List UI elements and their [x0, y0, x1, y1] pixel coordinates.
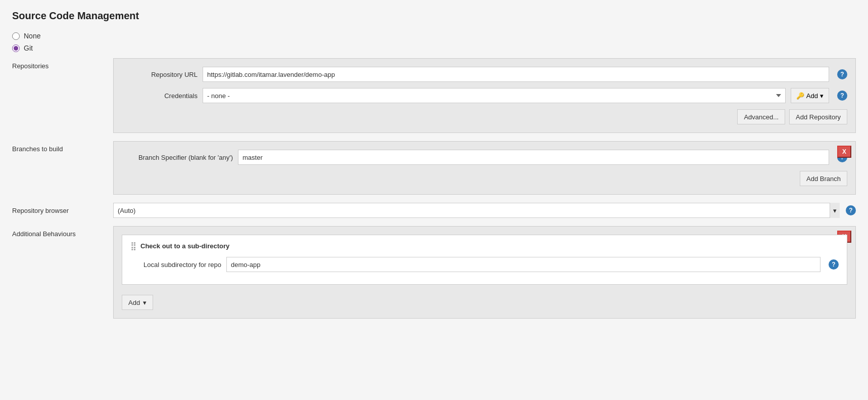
- branches-section: Branches to build X Branch Specifier (bl…: [12, 141, 856, 195]
- add-credentials-label: Add: [806, 92, 818, 100]
- repository-url-row: Repository URL ?: [122, 67, 847, 82]
- additional-behaviours-content: X ⣿ Check out to a sub-directory Local s…: [113, 226, 856, 319]
- credentials-row: Credentials - none - 🔑 Add ▾ ?: [122, 88, 847, 103]
- branch-specifier-label: Branch Specifier (blank for 'any'): [122, 154, 233, 161]
- branches-remove-button[interactable]: X: [837, 146, 851, 158]
- page-title: Source Code Management: [12, 10, 856, 22]
- branches-buttons: Add Branch: [122, 171, 847, 186]
- credentials-label: Credentials: [122, 92, 198, 100]
- credentials-select[interactable]: - none -: [203, 88, 786, 103]
- branches-x-container: X: [837, 146, 851, 158]
- add-credentials-button[interactable]: 🔑 Add ▾: [791, 88, 829, 103]
- local-subdir-label: Local subdirectory for repo: [130, 261, 221, 269]
- local-subdir-help-icon[interactable]: ?: [829, 259, 839, 270]
- repository-url-input[interactable]: [203, 67, 829, 82]
- scm-radio-group: None Git: [12, 32, 856, 52]
- repositories-buttons: Advanced... Add Repository: [122, 109, 847, 124]
- additional-behaviours-section: Additional Behaviours X ⣿ Check out to a…: [12, 226, 856, 319]
- add-behaviour-button[interactable]: Add ▾: [122, 295, 153, 310]
- repo-browser-help-icon[interactable]: ?: [846, 205, 856, 215]
- repo-browser-select[interactable]: (Auto): [113, 203, 840, 218]
- branches-label: Branches to build: [12, 141, 113, 153]
- radio-git-label: Git: [24, 44, 33, 52]
- additional-behaviours-label: Additional Behaviours: [12, 226, 113, 238]
- repository-url-label: Repository URL: [122, 71, 198, 78]
- repositories-label: Repositories: [12, 58, 113, 70]
- drag-handle-icon: ⣿: [130, 241, 136, 251]
- repositories-section: Repositories Repository URL ? Credential…: [12, 58, 856, 133]
- branch-specifier-row: Branch Specifier (blank for 'any') ?: [122, 150, 847, 165]
- branch-specifier-input[interactable]: [238, 150, 829, 165]
- add-behaviour-dropdown-arrow: ▾: [143, 299, 147, 306]
- local-subdir-input[interactable]: [226, 257, 821, 272]
- repo-browser-label: Repository browser: [12, 203, 113, 214]
- key-icon: 🔑: [796, 92, 804, 100]
- add-repository-button[interactable]: Add Repository: [789, 109, 847, 124]
- radio-none[interactable]: None: [12, 32, 856, 40]
- repo-browser-select-wrapper: (Auto) ▾: [113, 203, 840, 218]
- behaviour-title: ⣿ Check out to a sub-directory: [130, 241, 839, 251]
- behaviour-item: ⣿ Check out to a sub-directory Local sub…: [122, 235, 847, 285]
- repository-url-help-icon[interactable]: ?: [837, 69, 847, 79]
- add-branch-button[interactable]: Add Branch: [800, 171, 847, 186]
- advanced-button[interactable]: Advanced...: [737, 109, 785, 124]
- repo-browser-section: Repository browser (Auto) ▾ ?: [12, 203, 856, 218]
- credentials-help-icon[interactable]: ?: [837, 91, 847, 101]
- add-credentials-dropdown-arrow: ▾: [820, 92, 824, 100]
- behaviour-title-text: Check out to a sub-directory: [140, 242, 229, 250]
- radio-none-input[interactable]: [12, 32, 20, 40]
- branches-content: X Branch Specifier (blank for 'any') ? A…: [113, 141, 856, 195]
- radio-git-input[interactable]: [12, 45, 20, 52]
- radio-none-label: None: [24, 32, 40, 40]
- radio-git[interactable]: Git: [12, 44, 856, 52]
- local-subdir-row: Local subdirectory for repo ?: [130, 257, 839, 272]
- add-behaviour-label: Add: [128, 299, 140, 306]
- repositories-content: Repository URL ? Credentials - none - 🔑 …: [113, 58, 856, 133]
